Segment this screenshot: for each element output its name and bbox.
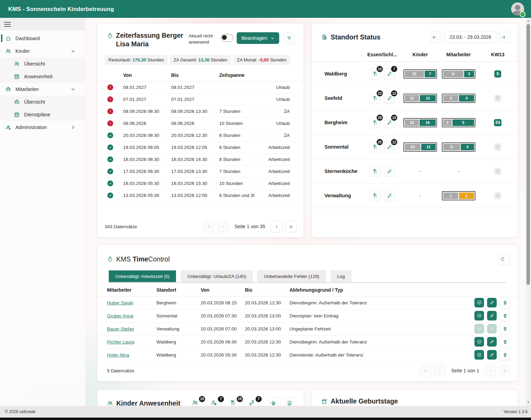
edit-button[interactable]: [487, 350, 497, 360]
trash-icon: [503, 326, 508, 331]
table-row[interactable]: 08.09.2026 06:30 08.09.2026 13:30 7 Stun…: [97, 106, 304, 118]
sidebar-header: [0, 18, 85, 31]
fork-knife-icon: [229, 399, 236, 406]
mitarbeiter-link[interactable]: Hofer Nina: [107, 352, 129, 358]
filter-button[interactable]: [283, 32, 295, 44]
sidebar-item--bersicht[interactable]: Übersicht: [0, 95, 85, 108]
last-page-button[interactable]: »: [285, 221, 297, 232]
hamburger-menu-icon[interactable]: [4, 22, 11, 27]
mitarbeiter-link[interactable]: Pichler Laura: [107, 339, 134, 345]
schlafen-button[interactable]: [384, 190, 395, 201]
delete-button[interactable]: [500, 337, 510, 347]
table-row[interactable]: 08.01.2027 08.01.2027 Urlaub: [97, 82, 304, 94]
building-icon: [321, 34, 328, 40]
essen-button[interactable]: 19: [369, 68, 380, 79]
delete-button[interactable]: [500, 298, 510, 308]
capacity-bar: 1112: [403, 94, 437, 103]
error-icon: [107, 108, 113, 114]
kw-badge: 0: [494, 168, 501, 175]
delete-button[interactable]: [500, 324, 510, 334]
sidebar-item--bersicht[interactable]: Übersicht: [0, 57, 85, 70]
first-page-button[interactable]: «: [420, 365, 431, 376]
table-row[interactable]: 17.03.2026 06:30 17.03.2026 13:30 7 Stun…: [97, 166, 304, 178]
empty-value: -: [420, 168, 421, 174]
last-page-button[interactable]: »: [499, 365, 511, 376]
table-row[interactable]: 08.06.2026 08.06.2026 10 Stunden Urlaub: [97, 118, 304, 130]
zeiterfassung-stats: Resturlaub: 175,30 Stunden ZA Gesamt: 13…: [105, 55, 297, 65]
tab-1[interactable]: Unbestätigt: Urlaub/ZA (140): [181, 270, 252, 282]
stat-chip: ZA Gesamt: 13,30 Stunden: [170, 55, 231, 65]
schlafen-button[interactable]: 7: [384, 68, 395, 79]
mitarbeiter-link[interactable]: Bauer Stefan: [107, 326, 134, 331]
schlafen-button[interactable]: [384, 166, 395, 177]
week-range-picker[interactable]: 23.03. - 29.03.2026: [445, 31, 496, 43]
essen-button[interactable]: 29: [369, 117, 380, 128]
table-row[interactable]: 19.03.2026 06:05 19.03.2026 12:05 6 Stun…: [97, 142, 304, 154]
sidebar-item-anwesenheit[interactable]: Anwesenheit: [0, 70, 85, 83]
prev-page-button[interactable]: ‹: [217, 221, 229, 232]
essen-button[interactable]: [369, 190, 380, 201]
schlafen-button[interactable]: 12: [384, 141, 395, 152]
mitarbeiter-link[interactable]: Gruber Anna: [107, 313, 133, 318]
delete-button[interactable]: [500, 311, 510, 321]
sidebar-item-dashboard[interactable]: Dashboard: [0, 32, 85, 45]
edit-button[interactable]: [487, 311, 497, 320]
pencil-icon: [489, 313, 495, 318]
table-row[interactable]: 13.03.2026 05:30 13.03.2026 12:00 6 Stun…: [97, 190, 304, 202]
approve-button[interactable]: [474, 298, 484, 307]
mitarbeiter-link[interactable]: Huber Sarah: [107, 300, 133, 305]
pencil-icon: [489, 300, 495, 305]
copyright-text: © 2026 cellcreek: [5, 409, 36, 414]
scrollbar-thumb[interactable]: [527, 24, 530, 285]
edit-button[interactable]: [487, 298, 497, 307]
schlafen-button[interactable]: 13: [384, 93, 395, 104]
timecontrol-table-header: MitarbeiterStandortVonBisAblehnungsgrund…: [97, 283, 518, 296]
schlafen-button[interactable]: 19: [384, 117, 395, 128]
scroll-up-icon[interactable]: ▲: [526, 18, 531, 23]
arrow-left-icon: [432, 35, 437, 40]
next-page-button[interactable]: ›: [271, 221, 282, 232]
table-row[interactable]: 16.03.2026 05:30 16.03.2026 15:30 10 Stu…: [97, 178, 304, 190]
approve-button[interactable]: [474, 311, 484, 320]
sidebar-item-administration[interactable]: Administration: [0, 121, 85, 133]
tab-0[interactable]: Unbestätigt: Arbeitszeit (5): [109, 270, 176, 282]
sidebar-item-mitarbeiter[interactable]: Mitarbeiter: [0, 83, 85, 95]
approve-button[interactable]: [474, 350, 484, 360]
table-row[interactable]: 18.03.2026 06:30 18.03.2026 14:30 8 Stun…: [97, 154, 304, 166]
page-scrollbar[interactable]: ▲ ▼: [526, 18, 531, 406]
table-row[interactable]: 20.03.2026 06:30 20.03.2026 12:30 6 Stun…: [97, 130, 304, 142]
empty-value: -: [420, 193, 421, 198]
empty-value: -: [458, 168, 460, 174]
count-badge: 7: [256, 396, 262, 402]
week-next-button[interactable]: [499, 31, 511, 43]
tab-2[interactable]: Unbehandelte Fehler (129): [257, 270, 326, 282]
approve-button[interactable]: [474, 324, 484, 334]
next-page-button[interactable]: ›: [485, 365, 496, 376]
approve-button[interactable]: [474, 337, 484, 347]
sidebar-item-dienstpl-ne[interactable]: Dienstpläne: [0, 108, 85, 121]
trash-icon: [503, 352, 508, 358]
standort-name: Bergheim: [312, 120, 363, 125]
essen-button[interactable]: 23: [369, 93, 380, 104]
refresh-button[interactable]: [498, 253, 510, 265]
timecontrol-row: Huber Sarah Bergheim 20.03.2026 08:15 20…: [97, 296, 518, 310]
scroll-down-icon[interactable]: ▼: [526, 399, 531, 405]
first-page-button[interactable]: «: [203, 221, 214, 232]
essen-button[interactable]: [369, 166, 380, 177]
sidebar-item-kinder[interactable]: Kinder: [0, 45, 85, 57]
count-badge: 13: [391, 90, 397, 96]
edit-button[interactable]: [487, 324, 497, 334]
tab-3[interactable]: Log: [331, 270, 352, 282]
presence-toggle[interactable]: [221, 34, 233, 42]
prev-page-button[interactable]: ‹: [434, 365, 446, 376]
edit-button[interactable]: [487, 337, 497, 347]
standort-row: Sonnental 2512 1312 54 0: [312, 135, 518, 159]
delete-button[interactable]: [500, 350, 510, 360]
capacity-bar: 11: [442, 191, 475, 200]
table-row[interactable]: 07.01.2027 07.01.2027 Urlaub: [97, 94, 304, 106]
check-circle-icon: [477, 300, 482, 305]
essen-button[interactable]: 25: [369, 141, 380, 152]
week-prev-button[interactable]: [430, 31, 442, 43]
count-badge: 19: [199, 396, 205, 402]
beantragen-button[interactable]: Beantragen: [237, 32, 279, 44]
